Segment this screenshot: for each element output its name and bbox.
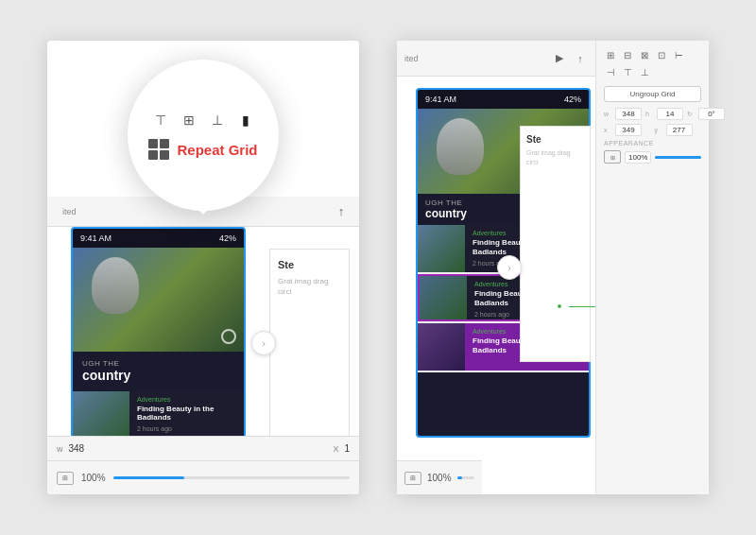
h-value[interactable]: 14 bbox=[657, 108, 683, 120]
status-battery: 42% bbox=[219, 233, 236, 243]
opacity-value[interactable]: 100% bbox=[625, 151, 651, 164]
right-panel-sidebar: ⊞ ⊟ ⊠ ⊡ ⊢ ⊣ ⊤ ⊥ Ungroup Grid w 348 h 14 bbox=[595, 41, 709, 494]
right-panel: ited ▶ ↑ 9:41 AM 42% ugh th bbox=[397, 41, 709, 494]
rp-zoom-slider-fill bbox=[457, 476, 463, 479]
x-value[interactable]: 349 bbox=[615, 124, 642, 136]
rp-edited-label: ited bbox=[404, 54, 419, 63]
zoom-slider[interactable] bbox=[113, 476, 350, 479]
rp-right-title: Ste bbox=[526, 134, 584, 145]
x-field: x 349 bbox=[604, 124, 651, 136]
bounding-line bbox=[569, 306, 595, 307]
bounding-box-indicator: 范围框 bbox=[556, 300, 595, 313]
left-panel-right-content: Ste Grat imag drag circl bbox=[269, 249, 350, 466]
x-label: x bbox=[604, 127, 613, 133]
hero-subtitle: ugh the bbox=[82, 359, 234, 368]
repeat-grid-label-row: Repeat Grid bbox=[148, 139, 257, 160]
opacity-box: ⊞ bbox=[604, 150, 621, 164]
sidebar-tool-8[interactable]: ⊥ bbox=[638, 65, 651, 78]
rp-status-bar: 9:41 AM 42% bbox=[418, 90, 589, 109]
h-label: h bbox=[645, 111, 655, 117]
sidebar-tool-1[interactable]: ⊞ bbox=[604, 48, 617, 61]
rotate-icon: ↻ bbox=[687, 111, 696, 118]
rp-right-content: Ste Grat imag drag circl bbox=[520, 126, 591, 362]
rp-card-thumb-img-2 bbox=[420, 276, 467, 319]
y-field: y 277 bbox=[655, 124, 702, 136]
y-value[interactable]: 277 bbox=[666, 124, 693, 136]
align-top-icon[interactable]: ⊤ bbox=[151, 111, 170, 129]
rp-bottom-bar: ⊞ 100% bbox=[397, 460, 482, 494]
rotate-field: ↻ 0° bbox=[687, 108, 725, 120]
sidebar-tool-4[interactable]: ⊡ bbox=[655, 48, 668, 61]
rp-zoom-box: ⊞ bbox=[404, 472, 421, 485]
left-edited-label: ited bbox=[57, 207, 82, 216]
sidebar-toolbar-icons: ⊞ ⊟ ⊠ ⊡ ⊢ ⊣ ⊤ ⊥ bbox=[604, 48, 701, 78]
y-label: y bbox=[655, 127, 664, 133]
status-time: 9:41 AM bbox=[80, 233, 112, 243]
right-panel-toolbar: ited ▶ ↑ bbox=[397, 41, 595, 77]
left-panel: ⊤ ⊞ ⊥ ▮ Repeat Grid ited ↑ bbox=[47, 41, 359, 494]
height-field: h 14 bbox=[645, 108, 683, 120]
xy-row: x 349 y 277 bbox=[604, 124, 701, 136]
rp-card-thumb-3 bbox=[418, 323, 465, 371]
align-bottom-icon[interactable]: ⊥ bbox=[208, 111, 227, 129]
goat-image bbox=[92, 257, 139, 314]
rp-right-text: Grat imag drag circl bbox=[526, 148, 584, 167]
rp-status-time: 9:41 AM bbox=[425, 95, 456, 104]
opacity-slider-fill bbox=[655, 156, 701, 159]
input-bar: w 348 X 1 bbox=[47, 436, 359, 460]
bottom-zoom-bar: ⊞ 100% bbox=[47, 460, 359, 494]
hero-title: country bbox=[82, 368, 234, 384]
appearance-label: APPEARANCE bbox=[604, 140, 701, 147]
rp-zoom-percent: 100% bbox=[427, 473, 452, 483]
ungroup-grid-button[interactable]: Ungroup Grid bbox=[604, 86, 701, 102]
share-icon[interactable]: ↑ bbox=[333, 203, 350, 220]
appearance-section: APPEARANCE ⊞ 100% bbox=[604, 140, 701, 164]
hero-image bbox=[73, 248, 244, 352]
width-value: 348 bbox=[69, 443, 85, 454]
align-center-icon[interactable]: ⊞ bbox=[180, 111, 198, 129]
rp-share-icon[interactable]: ↑ bbox=[573, 51, 588, 66]
zoom-percent: 100% bbox=[81, 473, 106, 483]
opacity-slider[interactable] bbox=[655, 156, 701, 159]
w-label: w bbox=[604, 111, 613, 117]
repeat-grid-toolbar-icon[interactable]: ▮ bbox=[236, 111, 255, 129]
sidebar-tool-5[interactable]: ⊢ bbox=[672, 48, 685, 61]
bounding-dot[interactable] bbox=[556, 302, 563, 310]
sidebar-tool-3[interactable]: ⊠ bbox=[638, 48, 651, 61]
sidebar-tool-6[interactable]: ⊣ bbox=[604, 65, 617, 78]
rp-card-thumb-2 bbox=[420, 276, 467, 319]
right-panel-canvas: ited ▶ ↑ 9:41 AM 42% ugh th bbox=[397, 41, 595, 494]
wh-row: w 348 h 14 ↻ 0° bbox=[604, 108, 701, 120]
right-content-text: Grat imag drag circl bbox=[278, 276, 341, 297]
tooltip-toolbar-icons: ⊤ ⊞ ⊥ ▮ bbox=[151, 111, 255, 129]
width-field: w 348 bbox=[604, 108, 642, 120]
rp-card-thumb-1 bbox=[418, 225, 465, 272]
rp-card-thumb-img-1 bbox=[418, 225, 465, 272]
rp-play-icon[interactable]: ▶ bbox=[552, 51, 567, 66]
x-label: X bbox=[333, 444, 338, 454]
phone-title-area: ugh the country bbox=[73, 352, 244, 391]
left-phone-mockup: 9:41 AM 42% ugh the country Adventures bbox=[71, 227, 246, 463]
search-icon[interactable] bbox=[221, 329, 236, 344]
rotate-value[interactable]: 0° bbox=[698, 108, 725, 120]
repeat-grid-text: Repeat Grid bbox=[177, 142, 257, 158]
opacity-row: ⊞ 100% bbox=[604, 150, 701, 164]
w-value[interactable]: 348 bbox=[615, 108, 642, 120]
zoom-slider-fill bbox=[113, 476, 184, 479]
zoom-box-icon: ⊞ bbox=[57, 472, 74, 485]
nav-arrow-left[interactable]: › bbox=[251, 331, 276, 355]
card-time-1: 2 hours ago bbox=[137, 425, 236, 432]
sidebar-tool-7[interactable]: ⊤ bbox=[621, 65, 634, 78]
card-category-1: Adventures bbox=[137, 396, 236, 403]
scene: ⊤ ⊞ ⊥ ▮ Repeat Grid ited ↑ bbox=[0, 0, 756, 535]
rp-zoom-slider[interactable] bbox=[457, 476, 474, 479]
repeat-grid-icon bbox=[148, 139, 169, 160]
rp-card-thumb-img-3 bbox=[418, 323, 465, 371]
width-label: w bbox=[57, 444, 63, 454]
rp-goat-image bbox=[437, 118, 484, 175]
card-title-1: Finding Beauty in the Badlands bbox=[137, 405, 236, 423]
repeat-grid-tooltip: ⊤ ⊞ ⊥ ▮ Repeat Grid bbox=[128, 60, 279, 211]
sidebar-tool-2[interactable]: ⊟ bbox=[621, 48, 634, 61]
nav-arrow-right[interactable]: › bbox=[497, 255, 522, 280]
right-content-title: Ste bbox=[278, 259, 341, 270]
